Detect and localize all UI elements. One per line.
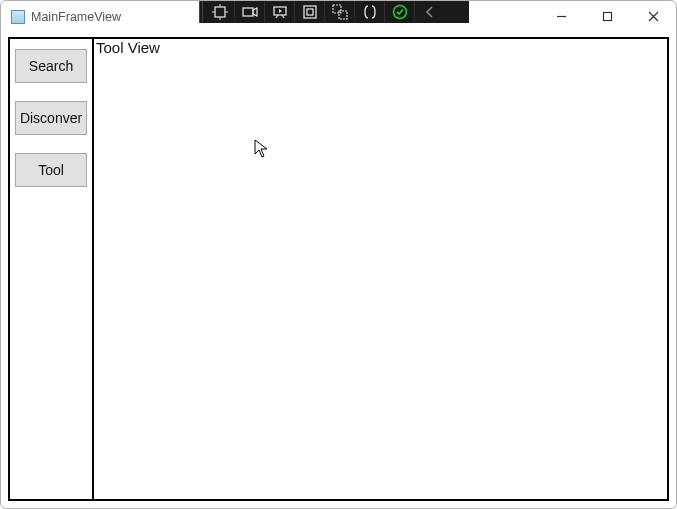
square-icon [302, 4, 318, 20]
toolstrip-btn-6[interactable] [355, 1, 385, 23]
debug-toolstrip [199, 1, 469, 23]
minimize-icon [556, 11, 567, 22]
sidebar-button-label: Search [29, 58, 73, 74]
target-icon [212, 4, 228, 20]
sidebar-button-disconver[interactable]: Disconver [15, 101, 87, 135]
window-title: MainFrameView [31, 10, 121, 24]
chevron-left-icon [422, 4, 438, 20]
sidebar-button-label: Tool [38, 162, 64, 178]
present-icon [272, 4, 288, 20]
svg-rect-8 [307, 9, 313, 15]
brackets-icon [362, 4, 378, 20]
svg-rect-0 [215, 7, 225, 17]
maximize-button[interactable] [584, 1, 630, 31]
content-area: Search Disconver Tool Tool View [8, 37, 669, 501]
camera-icon [242, 4, 258, 20]
titlebar: MainFrameView [1, 1, 676, 33]
close-button[interactable] [630, 1, 676, 31]
svg-rect-10 [339, 11, 347, 19]
app-icon [11, 10, 25, 24]
window-controls [538, 1, 676, 31]
svg-rect-7 [304, 6, 316, 18]
sidebar: Search Disconver Tool [10, 39, 94, 499]
app-window: MainFrameView [0, 0, 677, 509]
group-icon [332, 4, 348, 20]
svg-rect-9 [333, 5, 341, 13]
toolstrip-btn-1[interactable] [205, 1, 235, 23]
svg-rect-13 [603, 12, 611, 20]
view-title: Tool View [96, 39, 160, 56]
toolstrip-btn-4[interactable] [295, 1, 325, 23]
toolstrip-btn-2[interactable] [235, 1, 265, 23]
close-icon [648, 11, 659, 22]
toolstrip-btn-7[interactable] [385, 1, 415, 23]
main-view: Tool View [94, 39, 667, 499]
sidebar-button-tool[interactable]: Tool [15, 153, 87, 187]
check-circle-icon [392, 4, 408, 20]
mouse-cursor-icon [254, 139, 270, 159]
minimize-button[interactable] [538, 1, 584, 31]
toolstrip-btn-5[interactable] [325, 1, 355, 23]
toolstrip-btn-3[interactable] [265, 1, 295, 23]
svg-rect-5 [243, 8, 253, 16]
sidebar-button-search[interactable]: Search [15, 49, 87, 83]
maximize-icon [602, 11, 613, 22]
toolstrip-btn-8[interactable] [415, 1, 445, 23]
sidebar-button-label: Disconver [20, 110, 82, 126]
